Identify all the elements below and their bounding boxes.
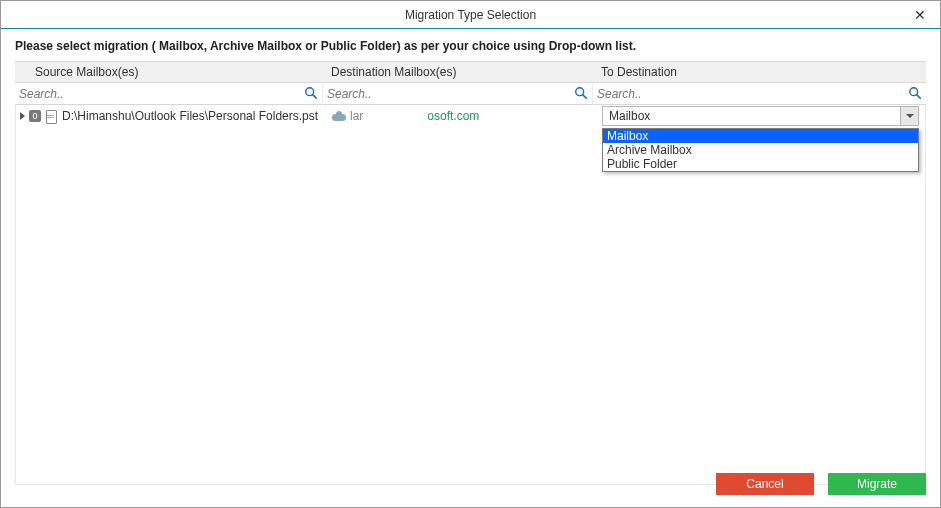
dropdown-selected-value: Mailbox — [609, 109, 650, 123]
search-cell-source — [15, 83, 323, 105]
expand-icon[interactable] — [20, 112, 25, 120]
dest-text-left: lar — [350, 109, 363, 123]
window-title: Migration Type Selection — [405, 8, 536, 22]
dropdown-option-mailbox[interactable]: Mailbox — [603, 129, 918, 143]
svg-line-3 — [583, 94, 587, 98]
dropdown-option-public-folder[interactable]: Public Folder — [603, 157, 918, 171]
table-row: 0 D:\Himanshu\Outlook Files\Personal Fol… — [16, 105, 925, 127]
cell-destination[interactable]: lar osoft.com — [324, 109, 594, 123]
source-path-text: D:\Himanshu\Outlook Files\Personal Folde… — [62, 109, 318, 123]
title-bar: Migration Type Selection ✕ — [1, 1, 940, 29]
chevron-down-icon[interactable] — [900, 107, 918, 125]
col-header-to-destination[interactable]: To Destination — [593, 65, 926, 79]
cloud-icon — [332, 111, 346, 121]
search-input-source[interactable] — [15, 84, 322, 104]
cancel-button[interactable]: Cancel — [716, 473, 814, 495]
dropdown-option-archive-mailbox[interactable]: Archive Mailbox — [603, 143, 918, 157]
col-header-destination[interactable]: Destination Mailbox(es) — [323, 65, 593, 79]
search-icon[interactable] — [304, 86, 318, 100]
grid-header-row: Source Mailbox(es) Destination Mailbox(e… — [15, 61, 926, 83]
search-icon[interactable] — [574, 86, 588, 100]
pst-file-icon — [45, 110, 57, 122]
search-cell-todest — [593, 83, 926, 105]
dropdown-list: Mailbox Archive Mailbox Public Folder — [602, 128, 919, 172]
migrate-button[interactable]: Migrate — [828, 473, 926, 495]
count-badge: 0 — [29, 110, 41, 122]
svg-line-5 — [917, 94, 921, 98]
footer-buttons: Cancel Migrate — [1, 473, 940, 495]
migration-grid: Source Mailbox(es) Destination Mailbox(e… — [15, 61, 926, 105]
instruction-text: Please select migration ( Mailbox, Archi… — [1, 29, 940, 61]
search-cell-dest — [323, 83, 593, 105]
to-destination-dropdown[interactable]: Mailbox — [602, 106, 919, 126]
col-header-source[interactable]: Source Mailbox(es) — [15, 65, 323, 79]
search-icon[interactable] — [908, 86, 922, 100]
svg-line-1 — [313, 94, 317, 98]
cell-source[interactable]: 0 D:\Himanshu\Outlook Files\Personal Fol… — [16, 109, 324, 123]
search-row — [15, 83, 926, 105]
search-input-todest[interactable] — [593, 84, 926, 104]
close-button[interactable]: ✕ — [900, 1, 940, 29]
dest-text-right: osoft.com — [427, 109, 479, 123]
cell-to-destination: Mailbox Mailbox Archive Mailbox Public F… — [594, 106, 925, 126]
grid-body: 0 D:\Himanshu\Outlook Files\Personal Fol… — [15, 105, 926, 485]
search-input-dest[interactable] — [323, 84, 592, 104]
